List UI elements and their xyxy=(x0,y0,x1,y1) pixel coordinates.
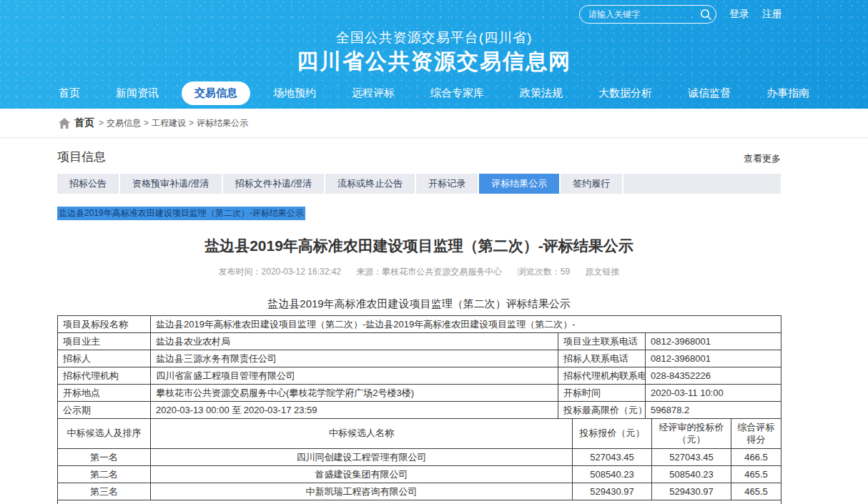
col-header-name: 中标候选人名称 xyxy=(151,419,573,449)
info-label: 投标最高限价（元） xyxy=(558,402,646,419)
tab-failed-terminated[interactable]: 流标或终止公告 xyxy=(325,174,416,194)
original-link[interactable]: 原文链接 xyxy=(585,267,619,277)
nav-item-integrity[interactable]: 诚信监督 xyxy=(675,81,744,105)
col-header-bid-price: 投标报价（元） xyxy=(573,419,652,449)
info-label: 开标时间 xyxy=(558,385,646,402)
info-value: 0812-3968001 xyxy=(646,350,781,367)
table-row: 第二名 首盛建设集团有限公司 508540.23 508540.23 465.5 xyxy=(58,466,781,483)
table-row: 公示期 2020-03-13 00:00 至 2020-03-17 23:59 … xyxy=(58,402,781,419)
tab-prequalification-addendum[interactable]: 资格预审补遗/澄清 xyxy=(120,174,223,194)
candidate-evaluated-price: 529430.97 xyxy=(652,483,731,500)
candidates-table: 中标候选人及排序 中标候选人名称 投标报价（元） 经评审的投标价（元） 综合评标… xyxy=(57,418,781,504)
info-label: 招标人联系电话 xyxy=(558,350,646,367)
tab-bar: 招标公告 资格预审补遗/澄清 招标文件补遗/澄清 流标或终止公告 开标记录 评标… xyxy=(57,174,781,194)
section-title: 项目信息 xyxy=(57,149,106,165)
table-row: 第三名 中新凯瑞工程咨询有限公司 529430.97 529430.97 465… xyxy=(58,483,781,500)
home-icon[interactable] xyxy=(59,118,70,129)
view-count: 浏览次数：59 xyxy=(518,267,570,277)
table-row: 招标人 盐边县三源水务有限责任公司 招标人联系电话 0812-3968001 xyxy=(58,350,781,367)
register-link[interactable]: 注册 xyxy=(762,8,782,21)
nav-item-remote-evaluation[interactable]: 远程评标 xyxy=(339,81,408,105)
info-value: 盐边县农业农村局 xyxy=(151,333,558,350)
search-icon[interactable] xyxy=(699,8,712,21)
article-meta: 发布时间：2020-03-12 16:32:42 来源：攀枝花市公共资源交易服务… xyxy=(57,266,781,278)
result-list: 盐边县2019年高标准农田建设项目监理（第二次）-评标结果公示 xyxy=(57,206,781,220)
candidate-name: 中新凯瑞工程咨询有限公司 xyxy=(151,483,573,500)
candidate-bid-price: 508540.23 xyxy=(573,466,652,483)
result-item-link-selected[interactable]: 盐边县2019年高标准农田建设项目监理（第二次）-评标结果公示 xyxy=(57,207,305,220)
table-header-row: 中标候选人及排序 中标候选人名称 投标报价（元） 经评审的投标价（元） 综合评标… xyxy=(58,419,781,449)
search-box[interactable] xyxy=(579,5,716,24)
candidate-rank: 第二名 xyxy=(58,466,151,483)
nav-item-big-data[interactable]: 大数据分析 xyxy=(586,81,665,105)
info-label: 开标地点 xyxy=(58,385,151,402)
info-label: 公示期 xyxy=(58,402,151,419)
nav-item-news[interactable]: 新闻资讯 xyxy=(103,81,172,105)
candidate-score: 465.5 xyxy=(731,483,781,500)
info-value: 盐边县2019年高标准农田建设项目监理（第二次）-盐边县2019年高标准农田建设… xyxy=(151,316,781,333)
nav-item-home[interactable]: 首页 xyxy=(46,81,93,105)
info-value: 0812-3968001 xyxy=(646,333,781,350)
col-header-rank: 中标候选人及排序 xyxy=(58,419,151,449)
candidate-score: 466.5 xyxy=(731,449,781,466)
main-nav: 首页 新闻资讯 交易信息 场地预约 远程评标 综合专家库 政策法规 大数据分析 … xyxy=(0,81,868,105)
nav-item-venue-booking[interactable]: 场地预约 xyxy=(260,81,329,105)
breadcrumb-result-publicity[interactable]: 评标结果公示 xyxy=(197,117,248,129)
candidate-rank: 第三名 xyxy=(58,483,151,500)
site-header: 登录 注册 全国公共资源交易平台(四川省) 四川省公共资源交易信息网 首页 新闻… xyxy=(0,0,868,109)
site-titles: 全国公共资源交易平台(四川省) 四川省公共资源交易信息网 xyxy=(0,29,868,74)
tab-contract-performance[interactable]: 签约履行 xyxy=(561,174,623,194)
result-table-title: 盐边县2019年高标准农田建设项目监理（第二次）评标结果公示 xyxy=(57,297,781,311)
table-row: 项目及标段名称 盐边县2019年高标准农田建设项目监理（第二次）-盐边县2019… xyxy=(58,316,781,333)
nav-item-expert-pool[interactable]: 综合专家库 xyxy=(418,81,497,105)
candidate-rank: 第一名 xyxy=(58,449,151,466)
info-label: 项目业主联系电话 xyxy=(558,333,646,350)
breadcrumb-separator: > xyxy=(99,118,104,128)
info-value: 596878.2 xyxy=(646,402,781,419)
nav-item-trade-info[interactable]: 交易信息 xyxy=(182,81,250,105)
info-label: 招标代理机构联系电话 xyxy=(558,367,646,385)
nav-item-policies[interactable]: 政策法规 xyxy=(507,81,576,105)
nav-item-guide[interactable]: 办事指南 xyxy=(754,81,822,105)
candidate-evaluated-price: 527043.45 xyxy=(652,449,731,466)
header-top-bar: 登录 注册 xyxy=(0,0,868,24)
candidate-score: 465.5 xyxy=(731,466,781,483)
content-container: 项目信息 查看更多 招标公告 资格预审补遗/澄清 招标文件补遗/澄清 流标或终止… xyxy=(57,149,781,504)
tab-bid-opening-record[interactable]: 开标记录 xyxy=(416,174,479,194)
candidate-bid-price: 529430.97 xyxy=(573,483,652,500)
info-label: 项目及标段名称 xyxy=(58,316,151,333)
breadcrumb-trade-info[interactable]: 交易信息 xyxy=(107,117,141,129)
breadcrumb-separator: > xyxy=(189,118,194,128)
info-label: 项目业主 xyxy=(58,333,151,350)
view-more-link[interactable]: 查看更多 xyxy=(744,152,781,165)
table-row: 招标代理机构 四川省富盛工程项目管理有限公司 招标代理机构联系电话 028-84… xyxy=(58,367,781,385)
info-value: 四川省富盛工程项目管理有限公司 xyxy=(151,367,558,385)
tab-evaluation-result[interactable]: 评标结果公示 xyxy=(479,174,561,194)
candidate-name: 首盛建设集团有限公司 xyxy=(151,466,573,483)
publish-time: 发布时间：2020-03-12 16:32:42 xyxy=(219,267,341,277)
breadcrumb-home[interactable]: 首页 xyxy=(74,117,94,129)
login-link[interactable]: 登录 xyxy=(729,8,749,21)
candidate-bid-price: 527043.45 xyxy=(573,449,652,466)
table-row: 第一名 四川同创建设工程管理有限公司 527043.45 527043.45 4… xyxy=(58,449,781,466)
candidate-evaluated-price: 508540.23 xyxy=(652,466,731,483)
source: 来源：攀枝花市公共资源交易服务中心 xyxy=(356,267,502,277)
site-super-title: 全国公共资源交易平台(四川省) xyxy=(0,29,868,46)
project-info-table: 项目及标段名称 盐边县2019年高标准农田建设项目监理（第二次）-盐边县2019… xyxy=(57,315,781,419)
breadcrumb: 首页 > 交易信息 > 工程建设 > 评标结果公示 xyxy=(0,109,868,138)
table-row-partial: 第一中标候选人项目负责人姓名及其相关证书名称和编号 xyxy=(58,500,781,504)
tab-tender-doc-addendum[interactable]: 招标文件补遗/澄清 xyxy=(223,174,326,194)
search-input[interactable] xyxy=(588,9,699,19)
info-value: 2020-03-13 00:00 至 2020-03-17 23:59 xyxy=(151,402,558,419)
breadcrumb-separator: > xyxy=(144,118,149,128)
breadcrumb-engineering[interactable]: 工程建设 xyxy=(152,117,186,129)
table-row: 项目业主 盐边县农业农村局 项目业主联系电话 0812-3968001 xyxy=(58,333,781,350)
section-head: 项目信息 查看更多 xyxy=(57,149,781,165)
info-label: 招标人 xyxy=(58,350,151,367)
info-value: 2020-03-11 10:00 xyxy=(646,385,781,402)
table-row: 开标地点 攀枝花市公共资源交易服务中心(攀枝花学院学府广场2号楼3楼) 开标时间… xyxy=(58,385,781,402)
info-value: 攀枝花市公共资源交易服务中心(攀枝花学院学府广场2号楼3楼) xyxy=(151,385,558,402)
col-header-score: 综合评标得分 xyxy=(731,419,781,449)
tab-tender-announcement[interactable]: 招标公告 xyxy=(57,174,120,194)
partial-row-text: 第一中标候选人项目负责人姓名及其相关证书名称和编号 xyxy=(58,500,781,504)
